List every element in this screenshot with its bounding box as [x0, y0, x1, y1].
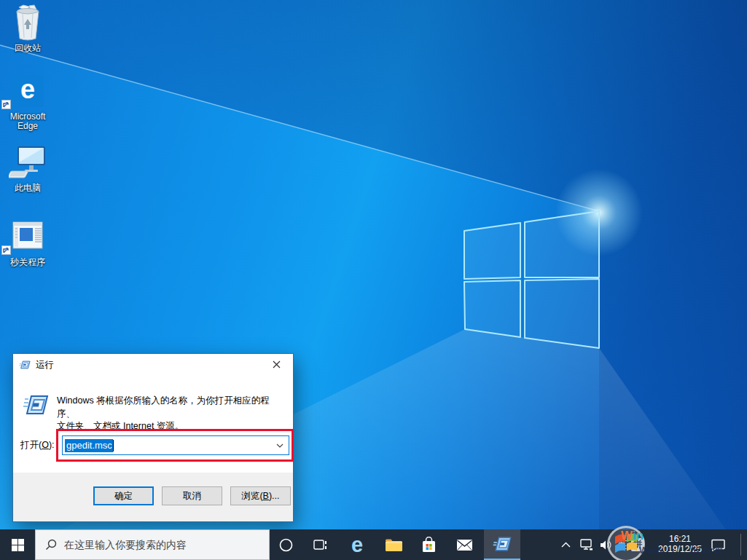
edge-icon: e [351, 535, 363, 556]
shortcut-arrow-icon [1, 100, 11, 109]
run-dialog-titlebar[interactable]: 运行 [13, 354, 293, 376]
run-command-input[interactable]: gpedit.msc [62, 435, 289, 455]
taskbar-run-app-button[interactable] [484, 529, 520, 560]
selected-input-text: gpedit.msc [65, 439, 113, 452]
start-button[interactable] [0, 529, 35, 560]
chevron-up-icon [561, 542, 571, 548]
taskbar-edge-button[interactable]: e [340, 529, 375, 560]
run-dialog-icon [19, 360, 31, 370]
close-button[interactable] [260, 354, 293, 375]
desktop-icon-recycle-bin[interactable]: 回收站 [1, 4, 54, 53]
desktop-icon-microsoft-edge[interactable]: e Microsoft Edge [1, 73, 54, 131]
file-explorer-icon [385, 538, 403, 552]
tray-time: 16:21 [654, 534, 706, 544]
desktop-icon-label: Microsoft Edge [1, 112, 54, 131]
show-desktop-button[interactable] [740, 534, 741, 556]
task-view-icon [313, 539, 328, 551]
task-view-button[interactable] [305, 529, 337, 560]
dialog-description: Windows 将根据你所输入的名称，为你打开相应的程序、 文件夹、文档或 In… [57, 395, 286, 433]
watermark-fragment-right: n7.com [690, 545, 724, 556]
taskbar-store-button[interactable] [411, 529, 446, 560]
search-icon [45, 539, 57, 551]
microsoft-store-icon [421, 537, 437, 553]
open-label: 打开(O): [20, 439, 55, 451]
desktop-icon-label: 回收站 [1, 44, 54, 53]
taskbar-explorer-button[interactable] [376, 529, 411, 560]
taskbar-mail-button[interactable] [447, 529, 482, 560]
cancel-button[interactable]: 取消 [162, 486, 222, 505]
recycle-bin-icon [12, 4, 44, 41]
desktop-icon-label: 此电脑 [1, 184, 54, 193]
chevron-down-icon[interactable] [276, 443, 283, 448]
run-icon [23, 394, 49, 419]
desktop-icon-this-pc[interactable]: 此电脑 [1, 144, 54, 193]
run-app-icon [493, 536, 512, 552]
cortana-icon [279, 538, 293, 552]
run-dialog: 运行 Windows 将根据你所输入的名称，为你打开相应的程序、 文件夹、文档或… [12, 353, 294, 522]
tray-hidden-icons-button[interactable] [556, 529, 575, 560]
dialog-footer: 确定 取消 浏览(B)... [13, 473, 293, 521]
network-icon [580, 539, 593, 551]
ok-button[interactable]: 确定 [93, 486, 154, 505]
watermark-fragment-left: Www [639, 545, 663, 556]
program-window-icon [11, 221, 44, 253]
text-caret [113, 440, 114, 451]
mail-icon [456, 539, 473, 551]
windows-start-icon [12, 539, 24, 551]
close-icon [273, 360, 281, 368]
taskbar-search[interactable] [35, 529, 270, 560]
desktop-icon-label: 秒关程序 [1, 258, 54, 267]
edge-icon: e [12, 75, 44, 107]
this-pc-icon [9, 145, 47, 180]
search-input[interactable] [64, 539, 246, 551]
watermark-brand-text: Win [621, 529, 644, 543]
dialog-title: 运行 [36, 359, 54, 371]
windows-logo-wallpaper [464, 211, 599, 348]
tray-network-button[interactable] [577, 529, 596, 560]
shortcut-arrow-icon [1, 245, 11, 255]
cortana-button[interactable] [270, 529, 302, 560]
desktop-icon-quick-close-program[interactable]: 秒关程序 [1, 218, 54, 267]
browse-button[interactable]: 浏览(B)... [230, 486, 291, 505]
